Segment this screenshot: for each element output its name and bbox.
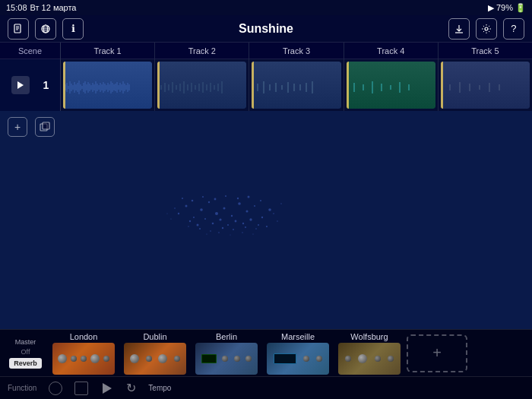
svg-marker-152 <box>103 383 112 394</box>
svg-point-135 <box>277 220 277 221</box>
svg-point-137 <box>280 203 281 204</box>
dublin-image <box>124 343 186 375</box>
instrument-wolfsburg[interactable]: Wolfsburg <box>335 331 404 376</box>
svg-point-121 <box>235 220 237 222</box>
record-button[interactable] <box>49 382 62 395</box>
marseille-image <box>267 343 329 375</box>
svg-point-141 <box>222 226 223 228</box>
info-icon: ℹ <box>71 23 75 34</box>
knob <box>130 354 139 363</box>
knob <box>358 354 367 363</box>
svg-point-134 <box>273 213 274 214</box>
screen <box>274 353 296 364</box>
stop-button[interactable] <box>74 382 88 395</box>
main-canvas <box>0 43 532 329</box>
toolbar-left: ℹ <box>8 18 84 40</box>
wolfsburg-detail <box>338 343 401 375</box>
svg-point-149 <box>230 234 231 235</box>
svg-point-111 <box>246 210 249 212</box>
knob <box>174 356 180 362</box>
screen <box>201 354 217 363</box>
function-bar: Function ↻ Tempo <box>0 376 532 399</box>
off-label: Off <box>21 348 30 356</box>
instrument-berlin[interactable]: Berlin <box>192 331 261 376</box>
svg-point-123 <box>249 218 252 220</box>
marseille-detail <box>267 343 329 375</box>
svg-point-130 <box>237 197 239 198</box>
status-time: 15:08 <box>6 3 27 12</box>
instrument-marseille[interactable]: Marseille <box>264 331 332 376</box>
svg-point-147 <box>206 233 207 234</box>
instrument-london[interactable]: London <box>49 331 118 376</box>
knob <box>158 354 167 363</box>
globe-button[interactable] <box>35 18 56 40</box>
knob <box>81 356 87 362</box>
svg-point-102 <box>178 212 179 214</box>
svg-point-112 <box>254 205 255 207</box>
svg-point-108 <box>223 207 226 209</box>
status-date: Вт 12 марта <box>30 3 77 12</box>
svg-point-128 <box>214 198 217 200</box>
knob <box>71 356 77 362</box>
status-right: ▶ 79% 🔋 <box>488 3 526 13</box>
knob <box>58 354 67 363</box>
svg-point-131 <box>248 195 250 198</box>
wolfsburg-name: Wolfsburg <box>350 332 388 341</box>
svg-point-132 <box>260 200 261 201</box>
help-button[interactable]: ? <box>503 18 524 40</box>
svg-point-104 <box>193 217 195 218</box>
loop-button[interactable]: ↻ <box>126 381 136 395</box>
svg-point-142 <box>233 229 234 230</box>
svg-point-136 <box>170 218 171 219</box>
svg-point-145 <box>266 226 268 227</box>
svg-point-116 <box>197 223 199 226</box>
svg-point-150 <box>242 232 242 233</box>
svg-point-107 <box>215 212 218 215</box>
london-detail <box>52 343 115 375</box>
bottom-instrument-bar: Master Off Reverb London Dublin <box>0 329 532 376</box>
reverb-button[interactable]: Reverb <box>9 358 42 369</box>
svg-point-114 <box>268 208 271 211</box>
svg-point-139 <box>199 228 201 230</box>
svg-point-103 <box>185 204 188 207</box>
svg-point-117 <box>204 218 206 220</box>
svg-point-110 <box>238 202 241 205</box>
add-instrument-button[interactable]: + <box>407 334 467 372</box>
svg-point-115 <box>189 220 191 221</box>
knob <box>345 356 351 362</box>
svg-point-127 <box>202 196 204 198</box>
info-button[interactable]: ℹ <box>62 18 84 40</box>
svg-point-148 <box>218 232 220 233</box>
status-bar: 15:08 Вт 12 марта ▶ 79% 🔋 <box>0 0 532 15</box>
svg-point-146 <box>188 226 188 226</box>
status-left: 15:08 Вт 12 марта <box>6 3 76 12</box>
instrument-dublin[interactable]: Dublin <box>121 331 189 376</box>
new-button[interactable] <box>8 18 29 40</box>
london-name: London <box>70 332 98 341</box>
svg-point-143 <box>245 226 246 228</box>
dublin-detail <box>124 343 186 375</box>
svg-point-151 <box>252 233 253 234</box>
add-icon: + <box>432 344 442 362</box>
download-button[interactable] <box>448 18 470 40</box>
svg-point-125 <box>182 198 183 199</box>
svg-point-122 <box>242 222 244 223</box>
svg-point-105 <box>200 208 203 211</box>
svg-point-124 <box>258 224 259 226</box>
tempo-label: Tempo <box>148 384 171 392</box>
settings-button[interactable] <box>476 18 497 40</box>
svg-point-129 <box>225 195 226 197</box>
song-title: Sunshine <box>239 22 293 36</box>
toolbar-right: ? <box>448 18 524 40</box>
master-label: Master <box>15 338 36 346</box>
berlin-image <box>195 343 258 375</box>
top-toolbar: ℹ Sunshine ? <box>0 15 532 43</box>
berlin-name: Berlin <box>216 332 237 341</box>
knob <box>303 356 309 362</box>
help-icon: ? <box>511 23 516 34</box>
svg-point-126 <box>192 199 194 201</box>
knob <box>90 354 100 363</box>
knob <box>103 356 109 362</box>
london-image <box>52 343 115 375</box>
play-button[interactable] <box>100 382 114 395</box>
